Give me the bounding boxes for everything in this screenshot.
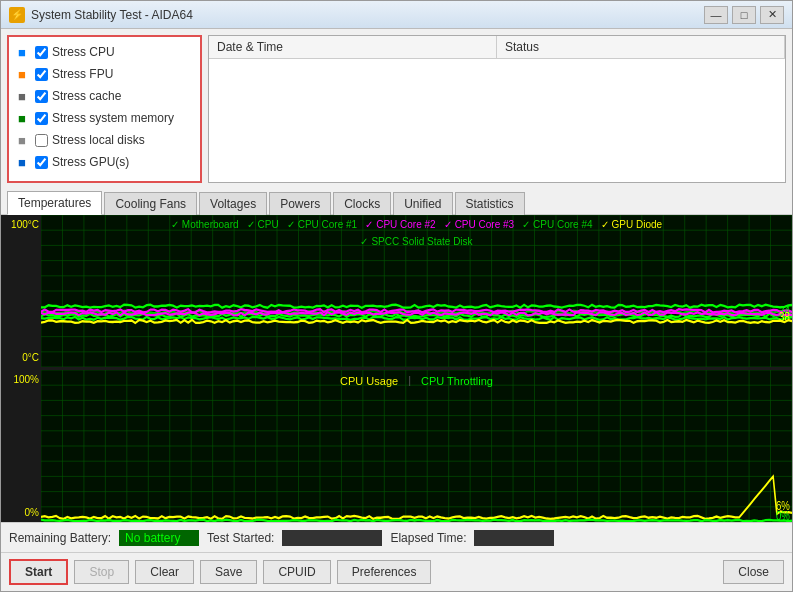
stress-checkbox-disk[interactable]	[35, 134, 48, 147]
temp-legend-item: ✓SPCC Solid State Disk	[360, 236, 472, 247]
usage-legend-item: CPU Usage	[340, 374, 398, 388]
usage-chart-main: 6%0% CPU Usage | CPU Throttling	[41, 370, 792, 522]
stress-checkbox-cache[interactable]	[35, 90, 48, 103]
button-bar: StartStopClearSaveCPUIDPreferencesClose	[1, 552, 792, 591]
cpuid-button[interactable]: CPUID	[263, 560, 330, 584]
started-value	[282, 530, 382, 546]
log-header: Date & Time Status	[209, 36, 785, 59]
stress-checkbox-gpu[interactable]	[35, 156, 48, 169]
usage-legend-item: CPU Throttling	[421, 374, 493, 388]
usage-chart: 100% 0% 6%0% CPU Usage | CPU Throttling	[1, 370, 792, 522]
stress-label-memory: Stress system memory	[52, 111, 174, 125]
log-panel: Date & Time Status	[208, 35, 786, 183]
temp-legend-item: ✓CPU	[247, 219, 279, 230]
stop-button[interactable]: Stop	[74, 560, 129, 584]
temp-y-axis: 100°C 0°C	[1, 215, 41, 367]
usage-chart-svg: 6%0%	[41, 370, 792, 522]
stress-item-disk: ■Stress local disks	[13, 129, 196, 151]
usage-y-bottom: 0%	[25, 507, 39, 518]
close-button[interactable]: Close	[723, 560, 784, 584]
title-bar: ⚡ System Stability Test - AIDA64 — □ ✕	[1, 1, 792, 29]
temp-legend-item: ✓CPU Core #1	[287, 219, 357, 230]
charts-area: 100°C 0°C 3438 ✓Motherboard✓CPU✓CPU Core…	[1, 215, 792, 522]
stress-icon-gpu: ■	[13, 154, 31, 170]
content-area: ■Stress CPU■Stress FPU■Stress cache■Stre…	[1, 29, 792, 591]
stress-icon-disk: ■	[13, 132, 31, 148]
status-bar: Remaining Battery: No battery Test Start…	[1, 522, 792, 552]
stress-icon-cache: ■	[13, 88, 31, 104]
start-button[interactable]: Start	[9, 559, 68, 585]
log-col-datetime: Date & Time	[209, 36, 497, 58]
stress-checkbox-cpu[interactable]	[35, 46, 48, 59]
app-icon: ⚡	[9, 7, 25, 23]
preferences-button[interactable]: Preferences	[337, 560, 432, 584]
tab-unified[interactable]: Unified	[393, 192, 452, 215]
stress-icon-cpu: ■	[13, 44, 31, 60]
window-controls: — □ ✕	[704, 6, 784, 24]
temp-legend-item: ✓CPU Core #3	[444, 219, 514, 230]
elapsed-label: Elapsed Time:	[390, 531, 466, 545]
tab-powers[interactable]: Powers	[269, 192, 331, 215]
battery-value: No battery	[119, 530, 199, 546]
usage-y-top: 100%	[13, 374, 39, 385]
tab-cooling-fans[interactable]: Cooling Fans	[104, 192, 197, 215]
stress-item-cpu: ■Stress CPU	[13, 41, 196, 63]
close-window-button[interactable]: ✕	[760, 6, 784, 24]
log-col-status: Status	[497, 36, 785, 58]
stress-item-cache: ■Stress cache	[13, 85, 196, 107]
clear-button[interactable]: Clear	[135, 560, 194, 584]
stress-checkbox-fpu[interactable]	[35, 68, 48, 81]
temp-chart-legend: ✓Motherboard✓CPU✓CPU Core #1✓CPU Core #2…	[41, 219, 792, 247]
svg-text:38: 38	[779, 309, 790, 325]
stress-label-cpu: Stress CPU	[52, 45, 115, 59]
tab-temperatures[interactable]: Temperatures	[7, 191, 102, 215]
stress-label-disk: Stress local disks	[52, 133, 145, 147]
stress-label-gpu: Stress GPU(s)	[52, 155, 129, 169]
stress-item-memory: ■Stress system memory	[13, 107, 196, 129]
stress-icon-fpu: ■	[13, 66, 31, 82]
temp-legend-item: ✓CPU Core #2	[365, 219, 435, 230]
temperature-chart: 100°C 0°C 3438 ✓Motherboard✓CPU✓CPU Core…	[1, 215, 792, 367]
maximize-button[interactable]: □	[732, 6, 756, 24]
tab-statistics[interactable]: Statistics	[455, 192, 525, 215]
top-section: ■Stress CPU■Stress FPU■Stress cache■Stre…	[1, 29, 792, 189]
log-body	[209, 59, 785, 182]
window-title: System Stability Test - AIDA64	[31, 8, 704, 22]
temp-legend-item: ✓CPU Core #4	[522, 219, 592, 230]
temp-chart-main: 3438 ✓Motherboard✓CPU✓CPU Core #1✓CPU Co…	[41, 215, 792, 367]
stress-label-cache: Stress cache	[52, 89, 121, 103]
elapsed-value	[474, 530, 554, 546]
temp-y-bottom: 0°C	[22, 352, 39, 363]
stress-label-fpu: Stress FPU	[52, 67, 113, 81]
tab-clocks[interactable]: Clocks	[333, 192, 391, 215]
battery-label: Remaining Battery:	[9, 531, 111, 545]
save-button[interactable]: Save	[200, 560, 257, 584]
stress-item-fpu: ■Stress FPU	[13, 63, 196, 85]
usage-chart-legend: CPU Usage | CPU Throttling	[41, 374, 792, 388]
svg-text:0%: 0%	[776, 508, 790, 522]
main-window: ⚡ System Stability Test - AIDA64 — □ ✕ ■…	[0, 0, 793, 592]
started-label: Test Started:	[207, 531, 274, 545]
stress-panel: ■Stress CPU■Stress FPU■Stress cache■Stre…	[7, 35, 202, 183]
temp-legend-item: ✓Motherboard	[171, 219, 239, 230]
usage-y-axis: 100% 0%	[1, 370, 41, 522]
minimize-button[interactable]: —	[704, 6, 728, 24]
temp-legend-item: ✓GPU Diode	[601, 219, 663, 230]
tab-voltages[interactable]: Voltages	[199, 192, 267, 215]
tabs-container: TemperaturesCooling FansVoltagesPowersCl…	[1, 189, 792, 215]
stress-item-gpu: ■Stress GPU(s)	[13, 151, 196, 173]
stress-icon-memory: ■	[13, 110, 31, 126]
stress-checkbox-memory[interactable]	[35, 112, 48, 125]
temp-y-top: 100°C	[11, 219, 39, 230]
